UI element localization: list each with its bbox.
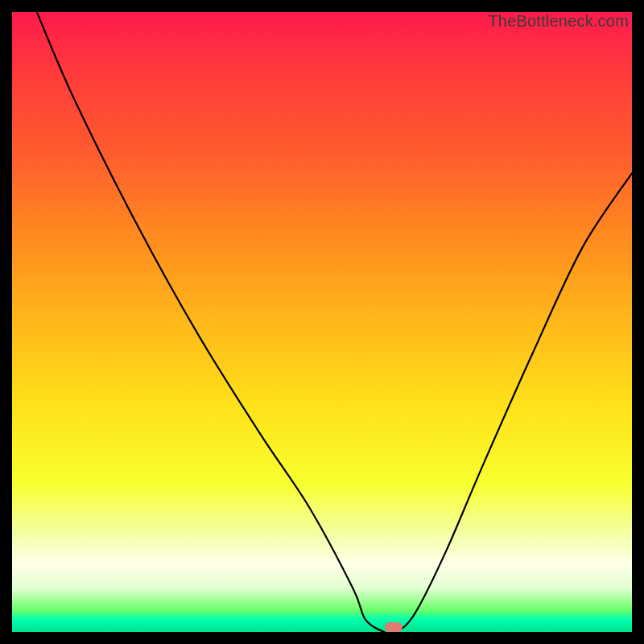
plot-area: TheBottleneck.com — [12, 12, 632, 632]
optimal-point-marker — [385, 622, 402, 632]
chart-frame: TheBottleneck.com — [0, 0, 644, 644]
bottleneck-curve — [12, 12, 632, 632]
watermark-text: TheBottleneck.com — [488, 12, 629, 31]
